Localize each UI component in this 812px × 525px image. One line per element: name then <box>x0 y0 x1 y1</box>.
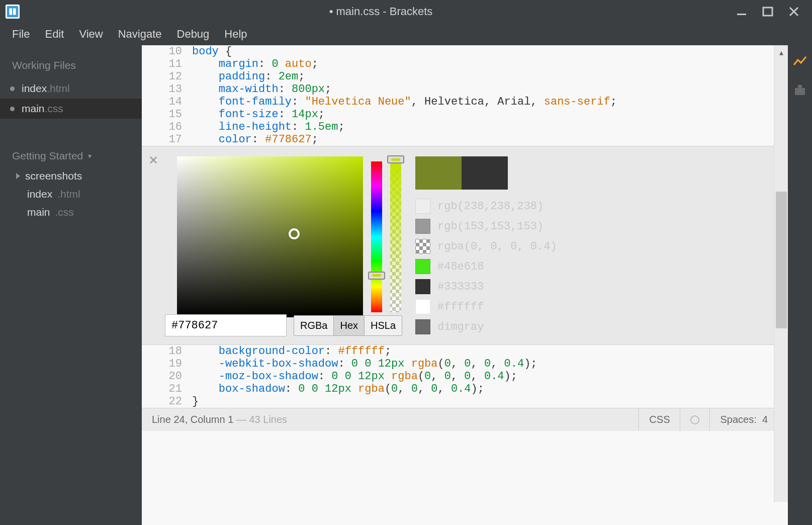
code-text[interactable]: max-width: 800px; <box>192 83 788 96</box>
color-swatch <box>415 199 430 214</box>
code-line[interactable]: 15 font-size: 14px; <box>142 108 788 121</box>
code-text[interactable]: box-shadow: 0 0 12px rgba(0, 0, 0, 0.4); <box>192 383 788 395</box>
color-value-input[interactable] <box>165 314 287 336</box>
tree-file-main[interactable]: main.css <box>0 203 142 221</box>
color-swatch-entry[interactable]: dimgray <box>415 319 557 334</box>
code-line[interactable]: 21 box-shadow: 0 0 12px rgba(0, 0, 0, 0.… <box>142 383 788 395</box>
line-number: 18 <box>142 345 192 358</box>
code-lower[interactable]: 18 background-color: #ffffff;19 -webkit-… <box>142 345 788 408</box>
extension-manager-icon[interactable] <box>792 82 807 98</box>
indent-settings[interactable]: Spaces: 4 <box>709 408 778 431</box>
menu-item-debug[interactable]: Debug <box>177 28 210 41</box>
line-number: 10 <box>142 45 192 58</box>
line-number: 20 <box>142 370 192 383</box>
working-file-index[interactable]: index.html <box>0 78 142 99</box>
code-text[interactable]: background-color: #ffffff; <box>192 345 788 358</box>
line-number: 13 <box>142 83 192 96</box>
alpha-handle[interactable] <box>387 155 404 163</box>
line-number: 17 <box>142 133 192 146</box>
cursor-position: Line 24, Column 1 — 43 Lines <box>152 414 639 425</box>
close-button[interactable] <box>788 6 800 18</box>
file-name: main.css <box>22 103 63 115</box>
code-line[interactable]: 13 max-width: 800px; <box>142 83 788 96</box>
line-number: 16 <box>142 121 192 133</box>
code-text[interactable]: body { <box>192 45 788 58</box>
code-line[interactable]: 16 line-height: 1.5em; <box>142 121 788 133</box>
menu-item-help[interactable]: Help <box>224 28 247 41</box>
code-text[interactable]: -webkit-box-shadow: 0 0 12px rgba(0, 0, … <box>192 358 788 370</box>
color-swatch-entry[interactable]: rgb(238,238,238) <box>415 199 557 214</box>
line-number: 15 <box>142 108 192 121</box>
code-line[interactable]: 14 font-family: "Helvetica Neue", Helvet… <box>142 96 788 108</box>
dropdown-icon: ▾ <box>88 152 92 160</box>
line-number: 19 <box>142 358 192 370</box>
hue-slider[interactable] <box>371 156 382 317</box>
color-swatch <box>415 299 430 314</box>
tree-file-index[interactable]: index.html <box>0 185 142 203</box>
working-file-main[interactable]: main.css <box>0 99 142 119</box>
close-icon[interactable]: ✕ <box>147 154 160 167</box>
project-tree-header[interactable]: Getting Started ▾ <box>0 140 142 167</box>
modified-dot-icon <box>10 86 15 91</box>
code-text[interactable]: margin: 0 auto; <box>192 58 788 70</box>
code-upper[interactable]: 10body {11 margin: 0 auto;12 padding: 2e… <box>142 45 788 146</box>
code-line[interactable]: 18 background-color: #ffffff; <box>142 345 788 358</box>
code-line[interactable]: 19 -webkit-box-shadow: 0 0 12px rgba(0, … <box>142 358 788 370</box>
color-swatch-entry[interactable]: #48e618 <box>415 259 557 274</box>
lint-indicator[interactable] <box>680 408 709 431</box>
code-text[interactable]: -moz-box-shadow: 0 0 12px rgba(0, 0, 0, … <box>192 370 788 383</box>
scroll-up-icon[interactable]: ▴ <box>774 45 788 59</box>
color-swatch-entry[interactable]: #ffffff <box>415 299 557 314</box>
color-label: #48e618 <box>437 260 484 273</box>
live-preview-icon[interactable] <box>792 54 807 69</box>
color-swatch-entry[interactable]: rgba(0, 0, 0, 0.4) <box>415 239 557 254</box>
line-number: 22 <box>142 395 192 408</box>
menu-item-file[interactable]: File <box>12 28 30 41</box>
svg-rect-2 <box>9 8 12 15</box>
color-label: rgba(0, 0, 0, 0.4) <box>437 240 557 253</box>
working-files-header: Working Files <box>0 54 142 78</box>
inline-color-editor: ✕ <box>142 146 788 345</box>
code-line[interactable]: 22} <box>142 395 788 408</box>
code-line[interactable]: 12 padding: 2em; <box>142 70 788 83</box>
format-button-hsla[interactable]: HSLa <box>365 316 402 335</box>
format-button-hex[interactable]: Hex <box>334 316 365 335</box>
maximize-button[interactable] <box>762 6 774 18</box>
color-swatch <box>415 279 430 294</box>
code-text[interactable]: } <box>192 395 788 408</box>
file-name: index.html <box>22 82 70 95</box>
code-line[interactable]: 11 margin: 0 auto; <box>142 58 788 70</box>
window-controls <box>736 6 812 18</box>
saturation-value-picker[interactable] <box>177 156 363 317</box>
code-text[interactable]: font-size: 14px; <box>192 108 788 121</box>
color-swatch-entry[interactable]: rgb(153,153,153) <box>415 219 557 234</box>
original-color-swatch <box>462 156 508 190</box>
alpha-slider[interactable] <box>390 156 401 317</box>
menu-item-edit[interactable]: Edit <box>45 28 64 41</box>
vertical-scrollbar[interactable]: ▴ <box>774 45 788 502</box>
line-number: 14 <box>142 96 192 108</box>
code-line[interactable]: 10body { <box>142 45 788 58</box>
color-swatch-entry[interactable]: #333333 <box>415 279 557 294</box>
menu-item-navigate[interactable]: Navigate <box>118 28 162 41</box>
menu-item-view[interactable]: View <box>79 28 103 41</box>
language-mode[interactable]: CSS <box>639 408 680 431</box>
minimize-button[interactable] <box>736 6 748 18</box>
current-original-swatch <box>415 156 557 190</box>
code-text[interactable]: line-height: 1.5em; <box>192 121 788 133</box>
picker-cursor[interactable] <box>289 228 300 239</box>
code-text[interactable]: padding: 2em; <box>192 70 788 83</box>
line-number: 21 <box>142 383 192 395</box>
hue-handle[interactable] <box>368 272 385 280</box>
tree-folder-screenshots[interactable]: screenshots <box>0 167 142 185</box>
color-swatch <box>415 259 430 274</box>
color-history-list: rgb(238,238,238)rgb(153,153,153)rgba(0, … <box>415 199 557 334</box>
app-icon <box>5 4 20 19</box>
code-line[interactable]: 17 color: #778627; <box>142 133 788 146</box>
code-line[interactable]: 20 -moz-box-shadow: 0 0 12px rgba(0, 0, … <box>142 370 788 383</box>
code-text[interactable]: color: #778627; <box>192 133 788 146</box>
format-button-rgba[interactable]: RGBa <box>294 316 334 335</box>
svg-rect-7 <box>798 85 802 88</box>
scrollbar-thumb[interactable] <box>776 192 787 328</box>
code-text[interactable]: font-family: "Helvetica Neue", Helvetica… <box>192 96 788 108</box>
